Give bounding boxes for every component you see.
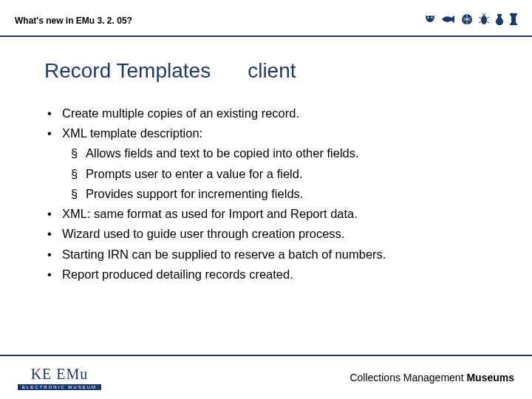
- svg-rect-5: [511, 16, 516, 23]
- list-item: Create multiple copies of an existing re…: [44, 103, 488, 123]
- svg-rect-3: [510, 13, 517, 15]
- slide-header: What's new in EMu 3. 2. 05?: [0, 0, 532, 37]
- column-icon: [510, 13, 517, 28]
- svg-rect-4: [511, 15, 516, 16]
- bullet-text: XML: same format as used for Import and …: [62, 207, 358, 220]
- sub-bullet-list: Allows fields and text to be copied into…: [71, 143, 488, 204]
- svg-point-2: [481, 16, 487, 24]
- ke-emu-logo: KE EMu ELECTRONIC MUSEUM: [18, 366, 101, 390]
- logo-sub-text: ELECTRONIC MUSEUM: [18, 384, 101, 390]
- bullet-text: Report produced detailing records create…: [62, 267, 293, 281]
- footer-text-bold: Museums: [466, 372, 514, 383]
- slide-title: Record Templatesclient: [44, 59, 488, 83]
- list-item: XML template description: Allows fields …: [44, 123, 488, 204]
- footer-caption: Collections Management Museums: [349, 372, 514, 383]
- list-item: Starting IRN can be supplied to reserve …: [44, 245, 488, 265]
- vase-icon: [495, 13, 504, 28]
- bullet-text: Wizard used to guide user through creati…: [62, 227, 344, 240]
- svg-rect-7: [510, 24, 517, 25]
- header-icon-row: [424, 13, 517, 28]
- list-item: Prompts user to enter a value for a fiel…: [71, 164, 488, 184]
- list-item: Report produced detailing records create…: [44, 265, 488, 284]
- bullet-text: Allows fields and text to be copied into…: [86, 146, 359, 160]
- list-item: Allows fields and text to be copied into…: [71, 143, 488, 163]
- footer-text-normal: Collections Management: [349, 372, 466, 383]
- logo-main-text: KE EMu: [31, 366, 89, 383]
- svg-point-1: [432, 17, 433, 18]
- shell-icon: [461, 13, 473, 28]
- bullet-text: Prompts user to enter a value for a fiel…: [86, 167, 302, 180]
- bullet-text: Create multiple copies of an existing re…: [62, 106, 299, 120]
- list-item: Provides support for incrementing fields…: [71, 184, 488, 204]
- list-item: XML: same format as used for Import and …: [44, 204, 488, 224]
- insect-icon: [479, 13, 489, 28]
- slide-body: Record Templatesclient Create multiple c…: [0, 37, 532, 299]
- bullet-list: Create multiple copies of an existing re…: [44, 103, 488, 284]
- title-left: Record Templates: [44, 59, 211, 82]
- header-title: What's new in EMu 3. 2. 05?: [15, 16, 132, 26]
- fish-icon: [442, 14, 455, 27]
- slide-footer: KE EMu ELECTRONIC MUSEUM Collections Man…: [0, 355, 532, 399]
- title-right: client: [248, 59, 296, 82]
- bullet-text: Starting IRN can be supplied to reserve …: [62, 248, 386, 261]
- bullet-text: Provides support for incrementing fields…: [86, 187, 303, 200]
- bullet-text: XML template description:: [62, 126, 202, 140]
- mask-icon: [424, 13, 436, 28]
- svg-rect-6: [511, 23, 516, 24]
- list-item: Wizard used to guide user through creati…: [44, 224, 488, 244]
- svg-point-0: [428, 17, 429, 18]
